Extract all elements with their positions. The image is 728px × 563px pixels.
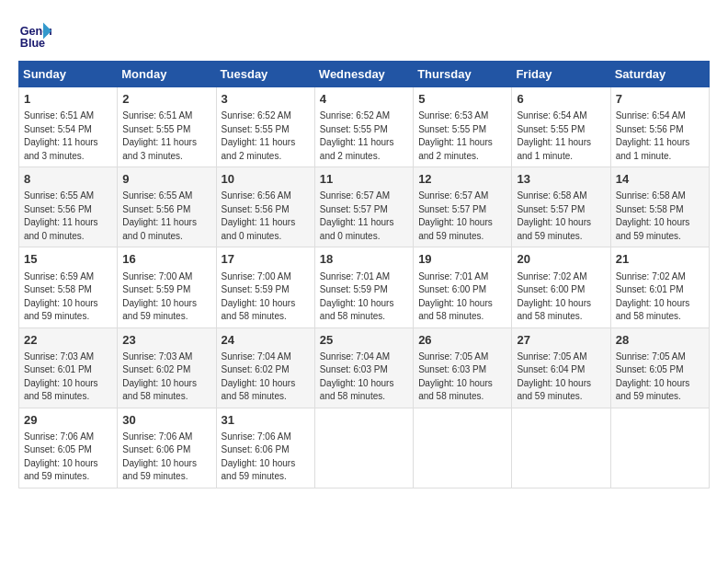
day-number: 13 <box>517 171 605 188</box>
page-header: General Blue <box>18 18 710 52</box>
logo-icon: General Blue <box>18 18 51 52</box>
day-info: Sunrise: 6:59 AM Sunset: 5:58 PM Dayligh… <box>24 270 112 324</box>
empty-cell <box>610 408 709 488</box>
day-number: 20 <box>517 251 605 268</box>
empty-cell <box>414 408 512 488</box>
day-number: 15 <box>24 251 112 268</box>
calendar-day-18: 18Sunrise: 7:01 AM Sunset: 5:59 PM Dayli… <box>314 247 413 327</box>
day-number: 27 <box>517 332 605 349</box>
day-info: Sunrise: 7:03 AM Sunset: 6:02 PM Dayligh… <box>122 350 210 404</box>
day-number: 16 <box>122 251 210 268</box>
day-info: Sunrise: 7:06 AM Sunset: 6:06 PM Dayligh… <box>222 431 310 484</box>
calendar-day-29: 29Sunrise: 7:06 AM Sunset: 6:05 PM Dayli… <box>19 408 118 488</box>
empty-cell <box>314 408 413 488</box>
calendar-table: SundayMondayTuesdayWednesdayThursdayFrid… <box>18 61 710 488</box>
calendar-day-3: 3Sunrise: 6:52 AM Sunset: 5:55 PM Daylig… <box>216 87 314 167</box>
calendar-week-3: 15Sunrise: 6:59 AM Sunset: 5:58 PM Dayli… <box>19 247 710 327</box>
day-number: 28 <box>616 332 704 349</box>
day-info: Sunrise: 7:05 AM Sunset: 6:03 PM Dayligh… <box>418 350 506 404</box>
calendar-day-7: 7Sunrise: 6:54 AM Sunset: 5:56 PM Daylig… <box>610 87 709 167</box>
calendar-week-2: 8Sunrise: 6:55 AM Sunset: 5:56 PM Daylig… <box>19 167 710 247</box>
day-number: 25 <box>320 332 408 349</box>
day-info: Sunrise: 7:05 AM Sunset: 6:05 PM Dayligh… <box>616 350 704 404</box>
calendar-day-2: 2Sunrise: 6:51 AM Sunset: 5:55 PM Daylig… <box>118 87 216 167</box>
day-number: 21 <box>616 251 704 268</box>
day-number: 24 <box>222 332 310 349</box>
logo: General Blue <box>18 18 55 52</box>
calendar-day-24: 24Sunrise: 7:04 AM Sunset: 6:02 PM Dayli… <box>216 327 314 408</box>
calendar-day-9: 9Sunrise: 6:55 AM Sunset: 5:56 PM Daylig… <box>118 167 216 247</box>
day-number: 19 <box>418 251 506 268</box>
calendar-day-1: 1Sunrise: 6:51 AM Sunset: 5:54 PM Daylig… <box>19 87 118 167</box>
day-info: Sunrise: 7:04 AM Sunset: 6:03 PM Dayligh… <box>320 350 408 404</box>
day-info: Sunrise: 7:06 AM Sunset: 6:05 PM Dayligh… <box>24 431 112 484</box>
day-info: Sunrise: 7:05 AM Sunset: 6:04 PM Dayligh… <box>517 350 605 404</box>
day-info: Sunrise: 7:03 AM Sunset: 6:01 PM Dayligh… <box>24 350 112 404</box>
day-number: 12 <box>418 171 506 188</box>
calendar-day-6: 6Sunrise: 6:54 AM Sunset: 5:55 PM Daylig… <box>512 87 610 167</box>
day-header-friday: Friday <box>512 62 610 87</box>
day-header-monday: Monday <box>118 62 216 87</box>
calendar-day-30: 30Sunrise: 7:06 AM Sunset: 6:06 PM Dayli… <box>118 408 216 488</box>
calendar-day-25: 25Sunrise: 7:04 AM Sunset: 6:03 PM Dayli… <box>314 327 413 408</box>
calendar-day-16: 16Sunrise: 7:00 AM Sunset: 5:59 PM Dayli… <box>118 247 216 327</box>
calendar-day-20: 20Sunrise: 7:02 AM Sunset: 6:00 PM Dayli… <box>512 247 610 327</box>
day-info: Sunrise: 6:56 AM Sunset: 5:56 PM Dayligh… <box>222 190 310 243</box>
day-info: Sunrise: 6:57 AM Sunset: 5:57 PM Dayligh… <box>418 190 506 243</box>
day-header-wednesday: Wednesday <box>314 62 413 87</box>
day-header-thursday: Thursday <box>414 62 512 87</box>
day-info: Sunrise: 7:02 AM Sunset: 6:00 PM Dayligh… <box>517 270 605 324</box>
calendar-day-31: 31Sunrise: 7:06 AM Sunset: 6:06 PM Dayli… <box>216 408 314 488</box>
calendar-week-1: 1Sunrise: 6:51 AM Sunset: 5:54 PM Daylig… <box>19 87 710 167</box>
day-info: Sunrise: 6:52 AM Sunset: 5:55 PM Dayligh… <box>222 109 310 163</box>
svg-text:Blue: Blue <box>20 37 45 50</box>
day-info: Sunrise: 7:00 AM Sunset: 5:59 PM Dayligh… <box>222 270 310 324</box>
calendar-day-22: 22Sunrise: 7:03 AM Sunset: 6:01 PM Dayli… <box>19 327 118 408</box>
day-info: Sunrise: 6:52 AM Sunset: 5:55 PM Dayligh… <box>320 109 408 163</box>
day-number: 5 <box>418 91 506 108</box>
day-info: Sunrise: 7:04 AM Sunset: 6:02 PM Dayligh… <box>222 350 310 404</box>
day-number: 17 <box>222 251 310 268</box>
calendar-day-14: 14Sunrise: 6:58 AM Sunset: 5:58 PM Dayli… <box>610 167 709 247</box>
calendar-day-21: 21Sunrise: 7:02 AM Sunset: 6:01 PM Dayli… <box>610 247 709 327</box>
empty-cell <box>512 408 610 488</box>
day-info: Sunrise: 6:57 AM Sunset: 5:57 PM Dayligh… <box>320 190 408 243</box>
day-info: Sunrise: 6:58 AM Sunset: 5:57 PM Dayligh… <box>517 190 605 243</box>
day-number: 26 <box>418 332 506 349</box>
calendar-day-11: 11Sunrise: 6:57 AM Sunset: 5:57 PM Dayli… <box>314 167 413 247</box>
day-header-sunday: Sunday <box>19 62 118 87</box>
calendar-day-5: 5Sunrise: 6:53 AM Sunset: 5:55 PM Daylig… <box>414 87 512 167</box>
day-info: Sunrise: 7:00 AM Sunset: 5:59 PM Dayligh… <box>122 270 210 324</box>
calendar-day-17: 17Sunrise: 7:00 AM Sunset: 5:59 PM Dayli… <box>216 247 314 327</box>
calendar-day-23: 23Sunrise: 7:03 AM Sunset: 6:02 PM Dayli… <box>118 327 216 408</box>
calendar-week-4: 22Sunrise: 7:03 AM Sunset: 6:01 PM Dayli… <box>19 327 710 408</box>
calendar-day-19: 19Sunrise: 7:01 AM Sunset: 6:00 PM Dayli… <box>414 247 512 327</box>
day-info: Sunrise: 6:55 AM Sunset: 5:56 PM Dayligh… <box>24 190 112 243</box>
day-info: Sunrise: 7:01 AM Sunset: 6:00 PM Dayligh… <box>418 270 506 324</box>
day-header-saturday: Saturday <box>610 62 709 87</box>
day-number: 3 <box>222 91 310 108</box>
calendar-day-10: 10Sunrise: 6:56 AM Sunset: 5:56 PM Dayli… <box>216 167 314 247</box>
day-number: 11 <box>320 171 408 188</box>
day-number: 10 <box>222 171 310 188</box>
day-number: 18 <box>320 251 408 268</box>
calendar-day-13: 13Sunrise: 6:58 AM Sunset: 5:57 PM Dayli… <box>512 167 610 247</box>
day-number: 30 <box>122 412 210 429</box>
day-number: 2 <box>122 91 210 108</box>
day-header-tuesday: Tuesday <box>216 62 314 87</box>
day-info: Sunrise: 6:58 AM Sunset: 5:58 PM Dayligh… <box>616 190 704 243</box>
calendar-day-4: 4Sunrise: 6:52 AM Sunset: 5:55 PM Daylig… <box>314 87 413 167</box>
calendar-day-26: 26Sunrise: 7:05 AM Sunset: 6:03 PM Dayli… <box>414 327 512 408</box>
calendar-day-28: 28Sunrise: 7:05 AM Sunset: 6:05 PM Dayli… <box>610 327 709 408</box>
day-info: Sunrise: 6:51 AM Sunset: 5:55 PM Dayligh… <box>122 109 210 163</box>
day-number: 22 <box>24 332 112 349</box>
day-number: 7 <box>616 91 704 108</box>
day-info: Sunrise: 6:54 AM Sunset: 5:55 PM Dayligh… <box>517 109 605 163</box>
day-info: Sunrise: 6:53 AM Sunset: 5:55 PM Dayligh… <box>418 109 506 163</box>
day-info: Sunrise: 7:01 AM Sunset: 5:59 PM Dayligh… <box>320 270 408 324</box>
day-info: Sunrise: 7:02 AM Sunset: 6:01 PM Dayligh… <box>616 270 704 324</box>
day-info: Sunrise: 6:54 AM Sunset: 5:56 PM Dayligh… <box>616 109 704 163</box>
day-number: 31 <box>222 412 310 429</box>
calendar-day-12: 12Sunrise: 6:57 AM Sunset: 5:57 PM Dayli… <box>414 167 512 247</box>
day-number: 1 <box>24 91 112 108</box>
